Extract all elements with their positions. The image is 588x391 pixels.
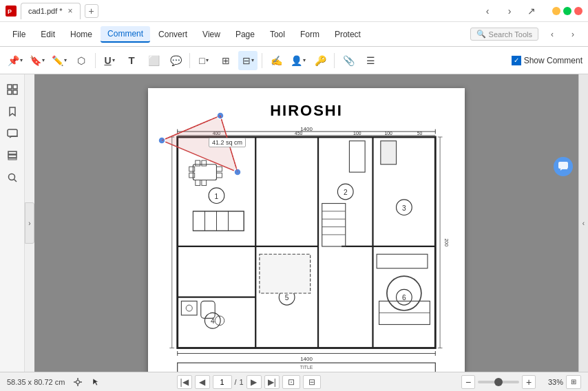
menu-form[interactable]: Form [293,27,326,42]
svg-text:450: 450 [295,131,303,136]
text-icon: T [128,54,134,66]
nav-back-icon[interactable]: ‹ [478,4,497,18]
search-icon: 🔍 [476,30,486,39]
eraser-icon: ⬡ [77,55,85,66]
attachment-button[interactable]: 📎 [339,51,358,70]
last-page-button[interactable]: ▶| [264,375,280,389]
panel-bookmark-button[interactable] [3,102,22,121]
menu-page[interactable]: Page [229,27,262,42]
shape-button[interactable]: □ ▾ [194,51,213,70]
window-controls: ‹ › ↗ [478,4,582,18]
svg-text:200: 200 [444,239,449,247]
stamp-button[interactable]: 🔖 ▾ [28,51,47,70]
document-tab[interactable]: cad1.pdf * × [21,3,81,19]
first-page-button[interactable]: |◀ [177,375,192,389]
fit-button[interactable]: ⊞ [566,375,581,389]
toolbar: 📌 ▾ 🔖 ▾ ✏️ ▾ ⬡ U ▾ T ⬜ 💬 □ ▾ ⊞ ⊟ [0,47,588,74]
signature-icon: ✍ [271,55,282,66]
callout-button[interactable]: 💬 [166,51,185,70]
menu-protect[interactable]: Protect [328,27,368,42]
zoom-slider[interactable] [478,381,519,383]
menu-nav-left[interactable]: ‹ [543,28,562,41]
menu-nav-right[interactable]: › [563,28,582,41]
show-comment-toggle[interactable]: ✓ Show Comment [512,56,582,65]
close-button[interactable] [574,7,582,15]
zoom-in-button[interactable]: + [522,375,536,389]
svg-rect-4 [8,90,12,94]
svg-text:100: 100 [385,131,393,136]
shape-dropdown-icon: ▾ [206,57,209,63]
panel-comment-button[interactable] [3,124,22,143]
svg-rect-62 [189,173,195,178]
title-bar: P cad1.pdf * × + ‹ › ↗ [0,0,588,22]
svg-rect-18 [178,137,436,348]
title-bar-left: P cad1.pdf * × + [6,3,98,19]
panel-layers-button[interactable] [3,146,22,165]
menu-edit[interactable]: Edit [34,27,62,42]
zoom-thumb[interactable] [494,378,503,386]
menu-home[interactable]: Home [63,27,99,42]
measure-button[interactable]: ⊞ [216,51,235,70]
panel-search-button[interactable] [3,168,22,187]
menu-comment[interactable]: Comment [101,26,150,43]
pen-icon: ✏️ [52,55,63,66]
next-page-button[interactable]: ▶ [246,375,262,389]
svg-rect-5 [13,90,17,94]
panel-grid-button[interactable] [3,80,22,99]
svg-text:TITLE: TITLE [300,365,313,370]
close-tab-icon[interactable]: × [68,6,73,16]
show-comment-checkbox[interactable]: ✓ [512,56,521,65]
bookmark-icon [7,106,18,117]
shape-icon: □ [199,55,204,66]
pen-dropdown-icon: ▾ [64,57,67,63]
current-page-input[interactable] [213,375,232,389]
prev-page-button[interactable]: ◀ [195,375,210,389]
toolbar-separator-1 [95,53,96,68]
maximize-button[interactable] [563,7,571,15]
sticky-note-button[interactable]: 📌 ▾ [6,51,25,70]
textbox-button[interactable]: ⬜ [144,51,163,70]
signature-button[interactable]: ✍ [266,51,286,70]
stamp-dropdown-icon: ▾ [42,57,45,63]
svg-rect-70 [193,211,204,231]
menu-convert[interactable]: Convert [151,27,194,42]
underline-button[interactable]: U ▾ [100,51,119,70]
svg-rect-8 [8,155,17,158]
svg-text:100: 100 [353,131,361,136]
textbox-icon: ⬜ [148,55,160,66]
svg-rect-71 [204,211,216,231]
fit-page-button[interactable]: ⊟ [303,375,321,389]
search-tools[interactable]: 🔍 Search Tools [470,28,538,41]
svg-text:1: 1 [215,193,219,200]
zoom-out-button[interactable]: − [461,375,475,389]
collapse-right-button[interactable]: ‹ [578,74,588,372]
menu-tool[interactable]: Tool [263,27,292,42]
comment-list-button[interactable]: ☰ [361,51,380,70]
collapse-left-button[interactable]: › [25,202,34,244]
measure-icon: ⊞ [222,55,230,66]
add-tab-button[interactable]: + [85,4,98,18]
eraser-button[interactable]: ⬡ [72,51,91,70]
active-measure-button[interactable]: ⊟ ▾ [238,51,258,70]
text-button[interactable]: T [122,51,141,70]
floor-plan-svg: 1400 400 450 100 100 50 200 [162,125,451,372]
menu-view[interactable]: View [196,27,227,42]
select-tool-button[interactable] [88,375,103,389]
active-dropdown-icon: ▾ [251,57,254,63]
comment-bubble[interactable] [554,157,573,176]
fit-width-button[interactable]: ⊡ [282,375,300,389]
dropdown-arrow-icon: ▾ [20,57,23,63]
pen-button[interactable]: ✏️ ▾ [50,51,69,70]
menu-file[interactable]: File [6,27,32,42]
svg-rect-111 [558,162,568,169]
minimize-button[interactable] [552,7,560,15]
user-stamp-button[interactable]: 👤 ▾ [288,51,308,70]
svg-text:3: 3 [402,204,406,212]
external-link-icon[interactable]: ↗ [522,4,541,18]
search-placeholder: Search Tools [489,30,532,39]
pan-tool-button[interactable] [70,375,85,389]
nav-forward-icon[interactable]: › [500,4,519,18]
svg-text:1400: 1400 [300,356,313,362]
content-area[interactable]: 41.2 sq cm HIROSHI 1400 400 450 100 [34,74,578,372]
rubber-stamp-button[interactable]: 🔑 [311,51,330,70]
